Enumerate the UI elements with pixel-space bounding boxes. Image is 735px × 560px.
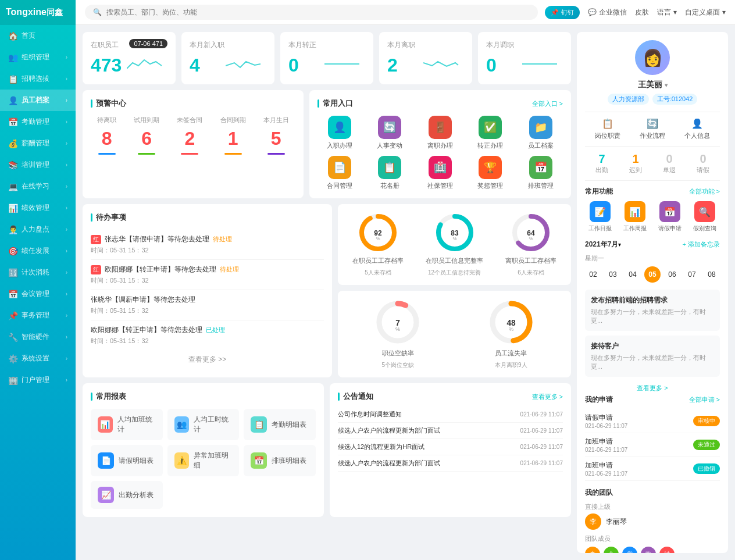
announcement-item[interactable]: 候选人户农户的流程更新为部门面试 021-06-29 11:07	[338, 455, 563, 472]
alert-items: 待离职 8 试用到期 6 未签合同 2 合同到期 1 本月生日 5	[91, 116, 295, 155]
sidebar-item-hardware[interactable]: 🔧智能硬件›	[0, 326, 76, 348]
wechat-button[interactable]: 💬 企业微信	[588, 8, 627, 17]
stats-mini-label: 迟到	[629, 166, 642, 174]
calendar-day[interactable]: 04	[625, 266, 641, 283]
entry-item[interactable]: 📁 员工档案	[519, 116, 563, 150]
vacancy-sub: 本月离职9人	[495, 361, 527, 369]
language-button[interactable]: 语言 ▾	[657, 8, 677, 17]
entry-item[interactable]: 📅 排班管理	[519, 156, 563, 190]
sidebar-item-home[interactable]: 🏠首页	[0, 25, 76, 47]
alert-item-value: 8	[97, 128, 116, 149]
alert-item-value: 1	[220, 128, 246, 149]
team-members-row: 李金堂欧钟	[585, 547, 720, 553]
entry-grid: 👤 入职办理 🔄 人事变动 🚪 离职办理 ✅ 转正办理 📁 员工档案 📄 合同管…	[317, 116, 563, 190]
report-item[interactable]: 📈 出勤分析表	[91, 481, 163, 509]
todo-progress-row: 待办事项 红 张志华【请假申请】等待您去处理 待处理 时间：05-31 15：3…	[83, 204, 571, 377]
chevron-right-icon: ›	[66, 269, 67, 276]
report-item[interactable]: 📄 请假明细表	[91, 445, 163, 476]
sidebar-item-meeting[interactable]: 📅会议管理›	[0, 283, 76, 305]
entry-item[interactable]: 👤 入职办理	[317, 116, 362, 150]
search-input[interactable]	[106, 8, 530, 16]
entry-item[interactable]: ✅ 转正办理	[468, 116, 512, 150]
sidebar-item-attendance[interactable]: 📅考勤管理›	[0, 111, 76, 133]
announcement-item[interactable]: 公司作息时间调整通知 021-06-29 11:07	[338, 406, 563, 423]
calendar-day[interactable]: 02	[585, 266, 601, 283]
stat-label: 本月离职	[387, 40, 464, 50]
report-item[interactable]: 📊 人均加班统计	[91, 409, 163, 440]
todo-see-more[interactable]: 查看更多 >>	[91, 350, 324, 369]
sidebar-item-training[interactable]: 📚培训管理›	[0, 154, 76, 176]
func-item[interactable]: 🔍 假别查询	[690, 201, 720, 233]
team-member-avatar[interactable]: 欧	[641, 547, 656, 553]
svg-text:%: %	[452, 236, 456, 241]
alert-item-label: 未签合同	[177, 116, 202, 124]
progress-sub: 6人未存档	[518, 269, 544, 277]
custom-desk-button[interactable]: 自定义桌面 ▾	[685, 8, 726, 17]
stats-mini: 7 出勤 1 迟到 0 单退 0 请假	[585, 147, 720, 181]
sidebar-item-count[interactable]: 🔢计次消耗›	[0, 262, 76, 283]
affairs-icon: 📌	[8, 311, 18, 320]
sidebar-item-task[interactable]: 🎯绩任发展›	[0, 240, 76, 262]
announcement-item[interactable]: 候选人12的流程更新为HR面试 021-06-29 11:07	[338, 439, 563, 455]
entry-item[interactable]: 🏥 社保管理	[418, 156, 462, 190]
quick-nav-item[interactable]: 👤个人信息	[684, 118, 710, 140]
quick-nav-item[interactable]: 🔄作业流程	[640, 118, 665, 140]
team-member-avatar[interactable]: 金	[604, 547, 619, 553]
entry-item[interactable]: 📄 合同管理	[317, 156, 362, 190]
report-item[interactable]: 📋 考勤明细表	[244, 409, 316, 440]
todo-task-item[interactable]: 接待客户 现在多努力一分，未来就差距一分，有时更...	[585, 336, 720, 377]
announcement-more[interactable]: 查看更多 >	[532, 393, 563, 401]
entry-icon: 🏥	[429, 156, 452, 179]
team-member-avatar[interactable]: 钟	[659, 547, 675, 553]
entry-item[interactable]: 📋 花名册	[368, 156, 412, 190]
common-entry-more[interactable]: 全部入口 >	[532, 99, 563, 108]
calendar-day[interactable]: 08	[704, 266, 720, 283]
search-container[interactable]: 🔍	[85, 5, 538, 20]
common-funcs-header: 常用功能 全部功能 >	[585, 187, 720, 197]
sidebar-item-salary[interactable]: 💰薪酬管理›	[0, 133, 76, 154]
todo-more-button[interactable]: 查看更多 >	[585, 381, 720, 395]
sidebar-item-recruit[interactable]: 📋招聘选拔›	[0, 68, 76, 90]
portal-icon: 🏢	[8, 376, 18, 385]
announcement-item[interactable]: 候选人户农户的流程更新为部门面试 021-06-29 11:07	[338, 423, 563, 439]
user-id-tag: 工号:012042	[652, 94, 698, 105]
stat-label: 本月调职	[486, 40, 563, 50]
calendar-day[interactable]: 03	[605, 266, 621, 283]
report-icon: 📋	[251, 416, 267, 433]
sidebar-item-talent[interactable]: 👨‍💼人力盘点›	[0, 219, 76, 240]
sidebar-item-portal[interactable]: 🏢门户管理›	[0, 369, 76, 391]
sidebar-item-affairs[interactable]: 📌事务管理›	[0, 305, 76, 326]
progress-label: 离职员工工存档率	[505, 256, 556, 265]
func-item[interactable]: 📅 请假申请	[655, 201, 685, 233]
common-funcs-more[interactable]: 全部功能 >	[689, 187, 720, 196]
entry-item[interactable]: 🏆 奖惩管理	[468, 156, 512, 190]
sidebar-item-elearning[interactable]: 💻在线学习›	[0, 176, 76, 197]
sidebar-item-employee[interactable]: 👤员工档案›	[0, 90, 76, 111]
my-apply-more[interactable]: 全部申请 >	[689, 395, 720, 404]
calendar-days: 02030405060708	[585, 266, 720, 283]
func-item[interactable]: 📊 工作周报	[620, 201, 650, 233]
report-icon: 📊	[98, 416, 113, 433]
skin-button[interactable]: 皮肤	[635, 8, 649, 17]
alert-item-label: 本月生日	[263, 116, 289, 124]
calendar-day[interactable]: 06	[664, 266, 680, 283]
entry-item[interactable]: 🔄 人事变动	[368, 116, 412, 150]
calendar-today[interactable]: 05	[644, 266, 661, 283]
report-item[interactable]: ⚠️ 异常加班明细	[167, 445, 240, 476]
calendar-day[interactable]: 07	[684, 266, 700, 283]
report-item[interactable]: 📅 排班明细表	[244, 445, 316, 476]
dingding-button[interactable]: 📌 钉钉	[545, 6, 580, 19]
team-member-avatar[interactable]: 堂	[622, 547, 637, 553]
sidebar-item-settings[interactable]: ⚙️系统设置›	[0, 348, 76, 369]
team-member-avatar[interactable]: 李	[585, 547, 600, 553]
todo-task-item[interactable]: 发布招聘前端的招聘需求 现在多努力一分，未来就差距一分，有时更...	[585, 290, 720, 331]
func-item[interactable]: 📝 工作日报	[585, 201, 615, 233]
sidebar-item-performance[interactable]: 📊绩效管理›	[0, 197, 76, 219]
add-memo-button[interactable]: + 添加备忘录	[683, 240, 720, 249]
sidebar-item-org[interactable]: 👥组织管理›	[0, 47, 76, 68]
entry-item[interactable]: 🚪 离职办理	[418, 116, 462, 150]
report-item[interactable]: 👥 人均工时统计	[167, 409, 240, 440]
todo-red-badge: 红	[91, 235, 101, 244]
quick-nav-item[interactable]: 📋岗位职责	[595, 118, 620, 140]
apply-info: 加班申请 021-06-29 11:07	[585, 437, 627, 453]
